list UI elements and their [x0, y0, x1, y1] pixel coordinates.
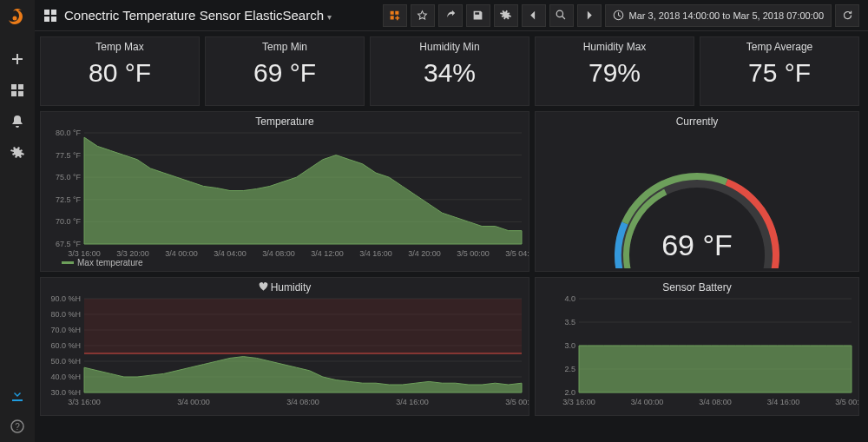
stat-panel-humidity-max[interactable]: Humidity Max79%: [535, 36, 694, 106]
refresh-button[interactable]: [835, 4, 859, 27]
svg-text:3/4 04:00: 3/4 04:00: [214, 249, 247, 258]
download-icon[interactable]: [10, 388, 24, 402]
svg-text:60.0 %H: 60.0 %H: [50, 341, 81, 350]
bell-icon[interactable]: [10, 115, 24, 129]
svg-text:3/4 16:00: 3/4 16:00: [359, 249, 392, 258]
svg-rect-2: [18, 84, 23, 89]
svg-text:3/4 00:00: 3/4 00:00: [165, 249, 198, 258]
svg-text:3/4 20:00: 3/4 20:00: [408, 249, 441, 258]
svg-text:80.0 %H: 80.0 %H: [50, 310, 81, 319]
svg-rect-8: [51, 10, 56, 15]
svg-rect-7: [44, 10, 49, 15]
stat-panel-temp-min[interactable]: Temp Min69 °F: [205, 36, 365, 106]
chevron-down-icon: ▾: [327, 12, 332, 22]
svg-text:30.0 %H: 30.0 %H: [50, 388, 81, 397]
svg-text:40.0 %H: 40.0 %H: [50, 373, 81, 381]
svg-text:77.5 °F: 77.5 °F: [56, 151, 82, 160]
temperature-legend: Max temperature: [62, 258, 143, 267]
svg-text:3/4 12:00: 3/4 12:00: [311, 249, 344, 258]
top-bar: Conectric Temperature Sensor ElasticSear…: [35, 0, 868, 31]
time-back-button[interactable]: [522, 4, 546, 27]
svg-text:3.0: 3.0: [564, 341, 575, 350]
zoom-out-button[interactable]: [549, 4, 574, 27]
svg-text:3.5: 3.5: [564, 318, 575, 327]
time-range-picker[interactable]: Mar 3, 2018 14:00:00 to Mar 5, 2018 07:0…: [605, 4, 832, 27]
help-icon[interactable]: ?: [10, 419, 24, 433]
gear-icon[interactable]: [10, 146, 24, 160]
svg-rect-51: [84, 299, 522, 353]
svg-text:50.0 %H: 50.0 %H: [50, 357, 81, 366]
svg-text:3/4 00:00: 3/4 00:00: [631, 398, 664, 406]
svg-point-0: [13, 16, 17, 21]
svg-rect-9: [44, 16, 49, 22]
svg-rect-4: [18, 91, 23, 96]
apps-grid-icon[interactable]: [10, 83, 24, 97]
svg-text:3/4 08:00: 3/4 08:00: [262, 249, 295, 258]
dashboard-title[interactable]: Conectric Temperature Sensor ElasticSear…: [64, 8, 332, 23]
svg-text:75.0 °F: 75.0 °F: [56, 173, 82, 181]
gauge-panel[interactable]: Currently 69 °F: [535, 111, 859, 272]
settings-button[interactable]: [494, 4, 518, 27]
dashboard-grid-icon[interactable]: [43, 9, 57, 23]
svg-text:3/5 00:00: 3/5 00:00: [505, 398, 529, 406]
svg-text:3/3 16:00: 3/3 16:00: [68, 249, 101, 258]
svg-text:2.5: 2.5: [564, 365, 575, 373]
grafana-logo-icon: [7, 7, 28, 28]
clock-icon: [613, 10, 624, 21]
svg-text:67.5 °F: 67.5 °F: [56, 240, 82, 248]
svg-text:3/4 08:00: 3/4 08:00: [699, 398, 732, 406]
svg-text:3/4 16:00: 3/4 16:00: [396, 398, 429, 406]
svg-text:3/3 16:00: 3/3 16:00: [68, 398, 101, 406]
svg-text:3/5 00:00: 3/5 00:00: [835, 398, 858, 406]
svg-rect-3: [11, 91, 16, 96]
svg-text:70.0 %H: 70.0 %H: [50, 326, 81, 334]
stat-panel-temp-avg[interactable]: Temp Average75 °F: [700, 36, 859, 106]
stat-panel-humidity-min[interactable]: Humidity Min34%: [370, 36, 529, 106]
svg-text:70.0 °F: 70.0 °F: [56, 217, 82, 226]
svg-text:?: ?: [15, 422, 20, 432]
svg-text:3/5 00:00: 3/5 00:00: [457, 249, 490, 258]
svg-text:3/3 16:00: 3/3 16:00: [562, 398, 595, 406]
star-button[interactable]: [411, 4, 435, 27]
svg-text:69 °F: 69 °F: [661, 228, 733, 261]
svg-text:3/4 00:00: 3/4 00:00: [177, 398, 210, 406]
stat-panel-temp-max[interactable]: Temp Max80 °F: [40, 36, 200, 106]
temperature-chart-panel[interactable]: Temperature 67.5 °F70.0 °F72.5 °F75.0 °F…: [40, 111, 529, 272]
save-button[interactable]: [466, 4, 490, 27]
battery-chart-panel[interactable]: Sensor Battery 2.02.53.03.54.03/3 16:003…: [535, 277, 859, 416]
svg-text:80.0 °F: 80.0 °F: [56, 129, 82, 137]
time-forward-button[interactable]: [577, 4, 602, 27]
svg-text:3/5 04:00: 3/5 04:00: [505, 249, 529, 258]
side-nav: ?: [0, 0, 35, 442]
svg-rect-1: [11, 84, 16, 89]
heart-icon: [259, 282, 268, 292]
svg-rect-10: [51, 16, 56, 22]
svg-point-11: [556, 10, 562, 16]
share-button[interactable]: [438, 4, 463, 27]
svg-text:3/4 16:00: 3/4 16:00: [767, 398, 800, 406]
svg-text:72.5 °F: 72.5 °F: [56, 195, 82, 204]
svg-text:2.0: 2.0: [564, 388, 575, 397]
humidity-chart-panel[interactable]: Humidity 30.0 %H40.0 %H50.0 %H60.0 %H70.…: [40, 277, 529, 416]
add-panel-button[interactable]: [383, 4, 407, 27]
svg-text:3/4 08:00: 3/4 08:00: [286, 398, 319, 406]
svg-text:4.0: 4.0: [564, 295, 575, 303]
plus-icon[interactable]: [10, 52, 24, 66]
svg-text:3/3 20:00: 3/3 20:00: [116, 249, 149, 258]
svg-text:90.0 %H: 90.0 %H: [50, 295, 81, 303]
